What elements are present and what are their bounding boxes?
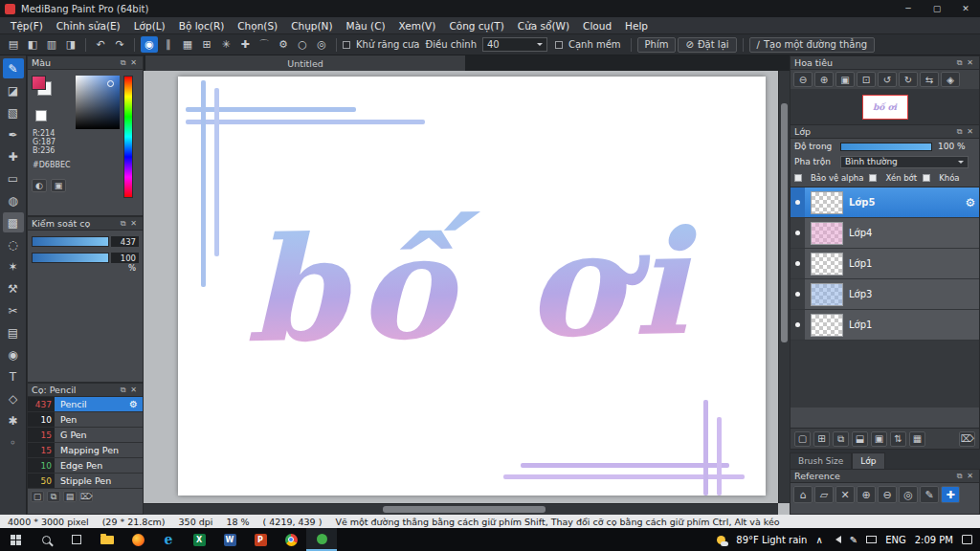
brush-row[interactable]: 15 G Pen	[28, 428, 143, 443]
layer-row[interactable]: Lớp1	[791, 249, 979, 279]
menu-help[interactable]: Help	[618, 20, 655, 32]
eraser-tool-icon[interactable]: ◪	[3, 80, 24, 100]
popout-icon[interactable]: ⧉	[118, 219, 128, 229]
hue-slider[interactable]	[123, 76, 133, 198]
edge-button[interactable]: e	[153, 528, 184, 551]
mask-layer-icon[interactable]: ▦	[909, 431, 925, 447]
zoom-reset-icon[interactable]: ◎	[899, 486, 918, 503]
color-wheel-icon[interactable]: ◐	[32, 179, 47, 192]
layer-row[interactable]: Lớp1	[791, 310, 979, 341]
color-grid-icon[interactable]: ▣	[51, 179, 66, 192]
soft-edge-checkbox[interactable]	[555, 41, 563, 49]
divide-tool-icon[interactable]: ▤	[3, 322, 24, 342]
tray-overflow-chevron-icon[interactable]: ∧	[815, 535, 822, 545]
antialias-checkbox[interactable]	[343, 41, 350, 49]
layer-visibility-toggle[interactable]	[791, 187, 805, 217]
add-brush-icon[interactable]: ▢	[31, 491, 44, 502]
rotate-ccw-icon[interactable]: ↺	[878, 72, 897, 87]
snap-settings-icon[interactable]: ⚙	[275, 36, 292, 53]
redo-icon[interactable]: ↷	[111, 36, 128, 53]
new-layer-icon[interactable]: ▢	[794, 431, 811, 447]
actual-size-icon[interactable]: ⊡	[857, 72, 876, 87]
minimize-button[interactable]: ─	[894, 0, 923, 17]
foreground-color-swatch[interactable]	[32, 76, 46, 90]
popout-icon[interactable]: ⧉	[118, 386, 128, 395]
menu-layer[interactable]: Lớp(L)	[127, 20, 172, 32]
operation-tool-icon[interactable]: ⚒	[3, 278, 24, 298]
zoom-out-icon[interactable]: ⊖	[878, 486, 897, 503]
file-explorer-button[interactable]	[92, 528, 122, 551]
horizontal-scrollbar[interactable]	[144, 503, 778, 515]
close-icon[interactable]: ✕	[128, 219, 139, 228]
brush-tool-icon[interactable]: ✎	[3, 58, 24, 78]
brush-opacity-slider[interactable]	[32, 253, 109, 263]
transfer-layer-icon[interactable]: ⇅	[890, 431, 906, 447]
alpha-protect-checkbox[interactable]	[794, 174, 802, 182]
menu-filter[interactable]: Bộ lọc(R)	[172, 20, 232, 32]
clipping-checkbox[interactable]	[869, 174, 877, 182]
save-icon[interactable]: ▤	[5, 36, 22, 53]
delete-brush-icon[interactable]: ⌦	[79, 491, 93, 502]
popout-icon[interactable]: ⧉	[954, 472, 965, 481]
duplicate-layer-icon[interactable]: ⧉	[833, 431, 849, 447]
reset-view-icon[interactable]: ◈	[941, 72, 960, 87]
menu-window[interactable]: Cửa sổ(W)	[511, 20, 576, 32]
scissors-tool-icon[interactable]: ✂	[3, 300, 24, 320]
move-tool-icon[interactable]: ✚	[3, 146, 24, 166]
flip-icon[interactable]: ⇆	[920, 72, 939, 87]
zoom-out-icon[interactable]: ⊖	[793, 72, 813, 87]
magic-wand-tool-icon[interactable]: ✶	[3, 256, 24, 276]
layer-settings-icon[interactable]: ⚙	[962, 196, 979, 209]
lock-checkbox[interactable]	[923, 174, 930, 182]
layer-visibility-toggle[interactable]	[791, 279, 805, 309]
pen-tool-icon[interactable]: ✒	[3, 124, 24, 144]
menu-view[interactable]: Xem(V)	[392, 20, 443, 32]
medibang-taskbar-button[interactable]	[306, 528, 337, 551]
transparent-color-swatch[interactable]	[35, 110, 47, 121]
menu-select[interactable]: Chọn(S)	[231, 20, 284, 32]
fit-window-icon[interactable]: ▣	[835, 72, 855, 87]
tab-brush-size[interactable]: Brush Size	[790, 452, 852, 469]
vertical-scrollbar[interactable]	[778, 71, 790, 503]
vanish-snap-icon[interactable]: ✚	[236, 36, 254, 53]
layer-visibility-toggle[interactable]	[791, 249, 805, 278]
brush-row[interactable]: 15 Mapping Pen	[28, 443, 143, 458]
menu-cloud[interactable]: Cloud	[576, 20, 618, 32]
search-button[interactable]	[31, 528, 61, 551]
zoom-in-icon[interactable]: ⊕	[857, 486, 876, 503]
cross-snap-icon[interactable]: ⊞	[198, 36, 215, 53]
eyedropper-tool-icon[interactable]: ◦	[3, 432, 24, 452]
duplicate-brush-icon[interactable]: ⧉	[47, 491, 60, 502]
delete-layer-icon[interactable]: ⌦	[959, 431, 975, 447]
document-tab[interactable]: Untitled	[145, 55, 465, 71]
shape-tool-icon[interactable]: ◇	[3, 388, 24, 408]
menu-capture[interactable]: Chụp(N)	[284, 20, 339, 32]
layer-visibility-toggle[interactable]	[791, 310, 805, 340]
language-indicator[interactable]: ENG	[885, 535, 906, 545]
firefox-button[interactable]	[122, 528, 153, 551]
brush-size-slider[interactable]	[32, 236, 109, 247]
close-icon[interactable]: ✕	[965, 472, 975, 480]
folder-icon[interactable]: ▱	[814, 486, 834, 503]
powerpoint-button[interactable]: P	[245, 528, 276, 551]
ellipse-snap-icon[interactable]: ○	[294, 36, 311, 53]
navigator-viewport[interactable]: bố ơi	[862, 95, 908, 120]
canvas-page[interactable]: bố ơi	[178, 77, 766, 496]
menu-file[interactable]: Tệp(F)	[4, 20, 50, 32]
brush-folder-icon[interactable]: ▤	[63, 491, 77, 502]
layer-row[interactable]: Lớp3	[791, 279, 979, 310]
undo-icon[interactable]: ↶	[92, 36, 109, 53]
brush-row[interactable]: 437 Pencil ⚙	[28, 397, 143, 412]
weather-text[interactable]: 89°F Light rain	[736, 535, 807, 545]
zoom-in-icon[interactable]: ⊕	[814, 72, 834, 87]
rectangle-tool-icon[interactable]: ▭	[3, 168, 24, 188]
menu-edit[interactable]: Chỉnh sửa(E)	[50, 20, 127, 32]
close-icon[interactable]: ✕	[128, 58, 139, 67]
excel-button[interactable]: X	[184, 528, 214, 551]
radial-snap-icon[interactable]: ✳	[217, 36, 234, 53]
horizontal-scrollbar-thumb[interactable]	[383, 506, 546, 513]
chrome-button[interactable]	[276, 528, 306, 551]
select-tool-icon[interactable]: ▧	[3, 102, 24, 122]
speaker-icon[interactable]	[832, 536, 841, 543]
brush-row[interactable]: 10 Edge Pen	[28, 458, 143, 474]
